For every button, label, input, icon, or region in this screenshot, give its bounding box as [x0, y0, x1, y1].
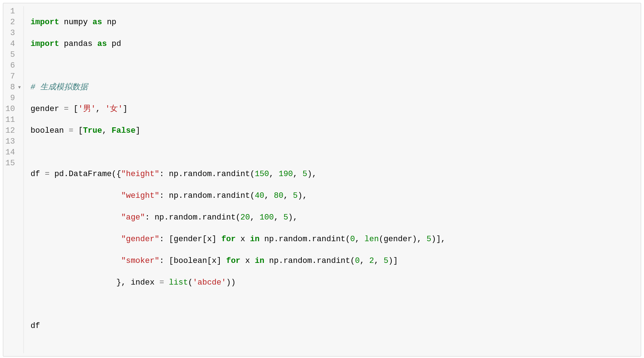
- whitespace: [30, 235, 121, 244]
- number-literal: 5: [383, 256, 388, 265]
- operator: =: [64, 105, 69, 114]
- line-num-text: 13: [5, 136, 15, 147]
- string-literal: "weight": [121, 191, 159, 200]
- number-literal: 20: [240, 213, 250, 222]
- line-number: 9: [5, 93, 21, 104]
- operator: =: [69, 126, 73, 135]
- code-line: [30, 147, 641, 158]
- line-num-text: 3: [10, 28, 15, 39]
- identifier: gender: [30, 105, 64, 114]
- punct: ),: [288, 213, 297, 222]
- keyword-for: for: [226, 256, 241, 265]
- code-line: "age": np.random.randint(20, 100, 5),: [30, 212, 641, 223]
- call: (gender),: [379, 235, 426, 244]
- keyword-in: in: [255, 256, 264, 265]
- string-literal: '女': [105, 105, 123, 114]
- keyword-as: as: [93, 18, 102, 27]
- number-literal: 80: [274, 191, 283, 200]
- string-literal: "smoker": [121, 256, 159, 265]
- code-line: import pandas as pd: [30, 39, 641, 50]
- punct: )],: [431, 235, 446, 244]
- call: : [gender[x]: [159, 235, 222, 244]
- code-line: gender = ['男', '女']: [30, 104, 641, 115]
- call: : [boolean[x]: [159, 256, 226, 265]
- identifier: x: [236, 235, 250, 244]
- identifier: boolean: [30, 126, 69, 135]
- punct: ,: [360, 256, 369, 265]
- string-literal: "gender": [121, 235, 159, 244]
- line-num-text: 9: [10, 93, 15, 104]
- punct: ,: [96, 105, 105, 114]
- string-literal: '男': [78, 105, 95, 114]
- code-cell[interactable]: 1 2 3 4 5 6 7 8▼ 9 10 11 12 13 14 15 imp…: [3, 3, 641, 357]
- operator: =: [45, 170, 50, 179]
- code-line: "smoker": [boolean[x] for x in np.random…: [30, 256, 641, 267]
- line-num-text: 2: [10, 17, 15, 28]
- builtin-list: list: [169, 278, 188, 287]
- comment: # 生成模拟数据: [30, 83, 87, 92]
- punct: ),: [298, 191, 307, 200]
- code-line: import numpy as np: [30, 17, 641, 28]
- code-line: "gender": [gender[x] for x in np.random.…: [30, 234, 641, 245]
- line-num-text: 5: [10, 50, 15, 60]
- operator: =: [159, 278, 164, 287]
- punct: ,: [293, 170, 302, 179]
- number-literal: 5: [293, 191, 298, 200]
- identifier: df: [30, 321, 40, 331]
- punct: ,: [269, 170, 279, 179]
- keyword-for: for: [222, 235, 236, 244]
- string-literal: "height": [121, 170, 159, 179]
- punct: ,: [264, 191, 274, 200]
- module-name: numpy: [59, 18, 93, 27]
- code-line: # 生成模拟数据: [30, 82, 641, 93]
- line-number: 11: [5, 115, 21, 125]
- punct: (: [188, 278, 193, 287]
- boolean-literal: True: [83, 126, 102, 135]
- alias-name: pd: [107, 39, 121, 48]
- line-num-text: 1: [10, 6, 15, 17]
- punct: ]: [136, 126, 140, 135]
- line-num-text: 6: [10, 60, 15, 71]
- number-literal: 100: [259, 213, 274, 222]
- alias-name: np: [102, 18, 116, 27]
- whitespace: }, index: [30, 278, 159, 287]
- module-name: pandas: [59, 39, 98, 48]
- call: pd.DataFrame({: [50, 170, 121, 179]
- punct: ,: [250, 213, 259, 222]
- punct: )]: [388, 256, 398, 265]
- line-number: 1: [5, 6, 21, 17]
- line-number: 10: [5, 104, 21, 115]
- code-line: [30, 299, 641, 310]
- number-literal: 5: [283, 213, 288, 222]
- call: : np.random.randint(: [159, 191, 255, 200]
- line-num-text: 7: [10, 71, 15, 82]
- line-number: 12: [5, 125, 21, 136]
- line-number: 7: [5, 71, 21, 82]
- code-line: boolean = [True, False]: [30, 125, 641, 136]
- punct: ,: [355, 235, 364, 244]
- line-num-text: 4: [10, 39, 15, 50]
- call: : np.random.randint(: [145, 213, 240, 222]
- line-number: 3: [5, 28, 21, 39]
- fold-toggle-icon[interactable]: ▼: [17, 82, 21, 93]
- call: : np.random.randint(: [159, 170, 255, 179]
- number-literal: 40: [255, 191, 264, 200]
- punct: [: [69, 105, 78, 114]
- number-literal: 190: [279, 170, 293, 179]
- punct: ,: [274, 213, 283, 222]
- line-num-text: 12: [5, 125, 15, 136]
- code-line: [30, 60, 641, 71]
- line-number: 4: [5, 39, 21, 50]
- line-num-text: 11: [5, 115, 15, 125]
- call: np.random.randint(: [259, 235, 350, 244]
- whitespace: [164, 278, 169, 287]
- line-number-gutter: 1 2 3 4 5 6 7 8▼ 9 10 11 12 13 14 15: [3, 6, 24, 353]
- punct: ,: [283, 191, 293, 200]
- whitespace: [30, 191, 121, 200]
- line-number: 13: [5, 136, 21, 147]
- line-number: 8▼: [5, 82, 21, 93]
- punct: )): [226, 278, 236, 287]
- code-line: df = pd.DataFrame({"height": np.random.r…: [30, 169, 641, 180]
- string-literal: "age": [121, 213, 145, 222]
- code-editor[interactable]: import numpy as np import pandas as pd #…: [24, 6, 641, 353]
